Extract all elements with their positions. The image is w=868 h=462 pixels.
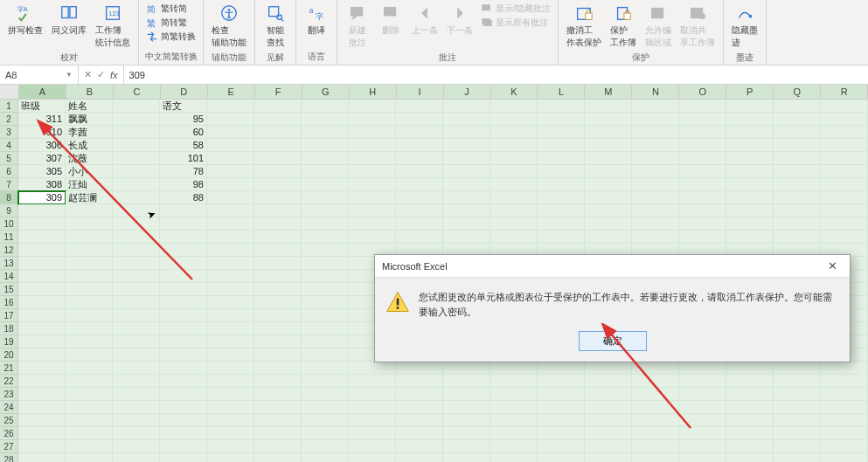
cell[interactable]: [490, 113, 538, 126]
cell[interactable]: [726, 191, 774, 204]
column-header[interactable]: E: [208, 85, 255, 99]
cell[interactable]: [254, 427, 302, 440]
cell[interactable]: [113, 362, 160, 375]
cell[interactable]: [254, 335, 302, 348]
cell[interactable]: [113, 453, 160, 462]
cell[interactable]: [302, 270, 349, 283]
cell[interactable]: [66, 309, 113, 322]
simp-trad-convert-button[interactable]: 简繁转换: [144, 30, 198, 44]
cell[interactable]: [585, 375, 632, 388]
cell[interactable]: [302, 165, 349, 178]
cell[interactable]: [774, 178, 821, 191]
cell[interactable]: [585, 204, 632, 217]
cell[interactable]: [585, 414, 632, 427]
cell[interactable]: [18, 309, 66, 322]
cell[interactable]: [113, 375, 160, 388]
cell[interactable]: [18, 427, 66, 440]
cell[interactable]: [254, 152, 302, 165]
row-header[interactable]: 7: [0, 178, 18, 191]
cell[interactable]: [302, 139, 349, 152]
cell[interactable]: [302, 283, 349, 296]
cell[interactable]: 308: [18, 178, 66, 191]
cell[interactable]: [160, 414, 207, 427]
cell[interactable]: [349, 401, 396, 414]
cell[interactable]: [66, 362, 113, 375]
cell[interactable]: [821, 100, 868, 113]
cell[interactable]: [207, 401, 254, 414]
cell[interactable]: [66, 322, 113, 335]
cell[interactable]: [726, 126, 774, 139]
cell[interactable]: [18, 296, 66, 309]
row-header[interactable]: 25: [0, 414, 18, 427]
cell[interactable]: [443, 440, 490, 453]
cell[interactable]: [585, 388, 632, 401]
cell[interactable]: [443, 152, 490, 165]
cell[interactable]: [396, 375, 443, 388]
cell[interactable]: [302, 244, 349, 257]
column-header[interactable]: R: [821, 85, 868, 99]
cell[interactable]: [490, 375, 538, 388]
cell[interactable]: [113, 322, 160, 335]
cell[interactable]: [443, 217, 490, 231]
cell[interactable]: [207, 388, 254, 401]
cell[interactable]: [254, 244, 302, 257]
cell[interactable]: [396, 440, 443, 453]
row-header[interactable]: 2: [0, 113, 18, 126]
cell[interactable]: [66, 335, 113, 348]
cell[interactable]: [207, 126, 254, 139]
cell[interactable]: [490, 427, 538, 440]
cell[interactable]: [349, 231, 396, 244]
cell[interactable]: [254, 283, 302, 296]
cell[interactable]: [113, 440, 160, 453]
cell[interactable]: [254, 113, 302, 126]
cell[interactable]: [254, 388, 302, 401]
cell[interactable]: [113, 152, 160, 165]
row-header[interactable]: 20: [0, 348, 18, 362]
cell[interactable]: [726, 453, 774, 462]
cell[interactable]: [774, 152, 821, 165]
cell[interactable]: [396, 362, 443, 375]
row-header[interactable]: 9: [0, 204, 18, 217]
cell[interactable]: [113, 244, 160, 257]
cell[interactable]: [443, 204, 490, 217]
cell[interactable]: [821, 139, 868, 152]
cell[interactable]: [443, 139, 490, 152]
unprotect-sheet-button[interactable]: 撤消工 作表保护: [564, 2, 604, 51]
cell[interactable]: [726, 362, 774, 375]
cell[interactable]: [18, 375, 66, 388]
cell[interactable]: [538, 453, 585, 462]
column-header[interactable]: Q: [774, 85, 821, 99]
cell[interactable]: [302, 322, 349, 335]
cell[interactable]: [679, 453, 726, 462]
cell[interactable]: [207, 244, 254, 257]
cell[interactable]: [774, 401, 821, 414]
cell[interactable]: [821, 414, 868, 427]
cell[interactable]: [538, 152, 585, 165]
cell[interactable]: [18, 362, 66, 375]
cell[interactable]: [66, 348, 113, 362]
cell[interactable]: [585, 401, 632, 414]
cell[interactable]: [302, 231, 349, 244]
cell[interactable]: [113, 257, 160, 270]
cell[interactable]: [113, 165, 160, 178]
cell[interactable]: [113, 231, 160, 244]
cell[interactable]: 101: [160, 152, 207, 165]
cell[interactable]: [160, 335, 207, 348]
cell[interactable]: [632, 231, 679, 244]
cell[interactable]: [774, 362, 821, 375]
cell[interactable]: 88: [160, 191, 207, 204]
cell[interactable]: [443, 427, 490, 440]
cell[interactable]: [66, 388, 113, 401]
cell[interactable]: [490, 231, 538, 244]
cell[interactable]: [113, 217, 160, 231]
cell[interactable]: [774, 231, 821, 244]
dialog-titlebar[interactable]: Microsoft Excel ✕: [375, 255, 850, 278]
cell[interactable]: [207, 113, 254, 126]
cell[interactable]: [632, 152, 679, 165]
cell[interactable]: [66, 440, 113, 453]
cell[interactable]: [207, 152, 254, 165]
cell[interactable]: [302, 401, 349, 414]
cell[interactable]: [585, 231, 632, 244]
cell[interactable]: [160, 204, 207, 217]
cell[interactable]: [66, 401, 113, 414]
